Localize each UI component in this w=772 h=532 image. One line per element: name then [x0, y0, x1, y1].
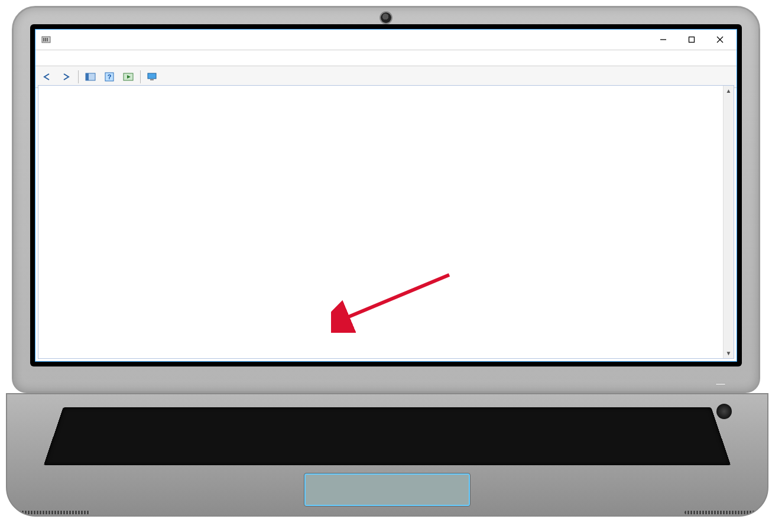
webcam-lens	[381, 12, 391, 23]
device-tree[interactable]	[38, 86, 723, 358]
toolbar-forward-button[interactable]	[57, 69, 75, 85]
toolbar-properties-button[interactable]	[144, 69, 161, 85]
panel-icon	[85, 72, 96, 82]
maximize-button[interactable]	[677, 30, 706, 50]
titlebar	[35, 30, 737, 50]
svg-rect-5	[689, 37, 695, 43]
minimize-button[interactable]	[649, 30, 677, 50]
svg-rect-1	[43, 38, 44, 41]
app-icon	[41, 35, 51, 44]
close-button[interactable]	[706, 30, 734, 50]
svg-rect-15	[150, 79, 154, 80]
svg-rect-2	[45, 38, 46, 41]
laptop-frame: ? ▲ ▼	[12, 6, 760, 517]
toolbar-help-button[interactable]: ?	[100, 69, 118, 85]
vertical-scrollbar[interactable]: ▲ ▼	[723, 86, 734, 358]
svg-rect-9	[86, 73, 89, 80]
scroll-up-button[interactable]: ▲	[724, 86, 734, 96]
touchpad	[304, 473, 471, 507]
scroll-down-button[interactable]: ▼	[724, 348, 734, 358]
arrow-left-icon	[42, 73, 53, 81]
toolbar-divider	[78, 70, 79, 83]
toolbar-scan-button[interactable]	[119, 69, 137, 85]
laptop-base	[6, 393, 768, 517]
svg-rect-14	[148, 73, 156, 79]
client-area: ▲ ▼	[38, 85, 734, 359]
svg-rect-3	[47, 38, 48, 41]
screen-bezel: ? ▲ ▼	[30, 24, 742, 366]
toolbar-show-hidden-button[interactable]	[82, 69, 99, 85]
laptop-brand	[14, 366, 758, 391]
help-icon: ?	[104, 72, 115, 82]
power-button-icon	[716, 404, 732, 419]
keyboard	[44, 407, 731, 465]
arrow-right-icon	[61, 73, 72, 81]
menubar	[35, 50, 737, 66]
device-manager-window: ? ▲ ▼	[35, 29, 737, 362]
toolbar-divider	[140, 70, 141, 83]
laptop-model-badge	[715, 383, 726, 385]
monitor-icon	[147, 72, 158, 82]
scan-icon	[123, 72, 134, 82]
svg-text:?: ?	[108, 73, 112, 80]
toolbar-back-button[interactable]	[38, 69, 56, 85]
laptop-lid: ? ▲ ▼	[12, 6, 760, 393]
